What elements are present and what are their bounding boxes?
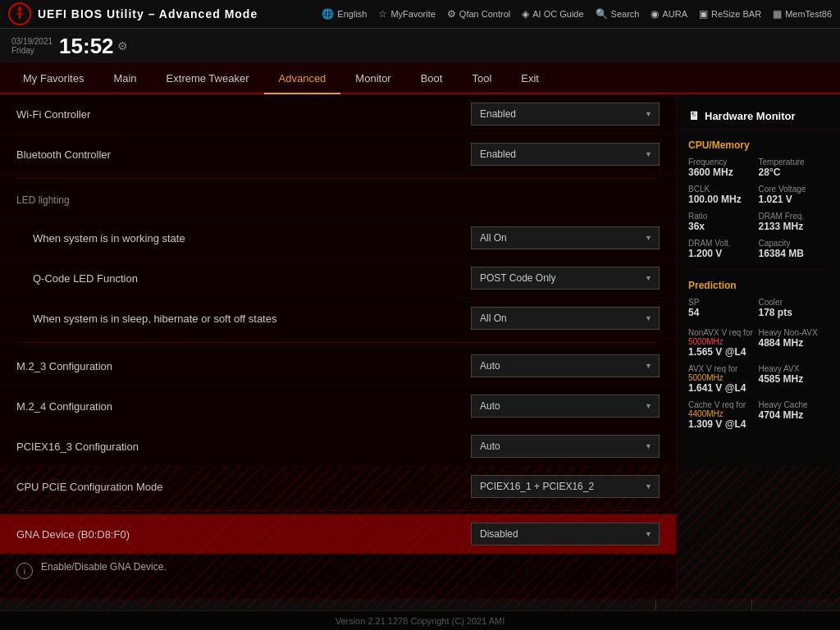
m2-4-label: M.2_4 Configuration — [16, 400, 471, 413]
ai-icon: ◈ — [522, 8, 529, 20]
gna-dropdown[interactable]: Disabled — [471, 523, 660, 546]
toolbar-memtest[interactable]: ▦ MemTest86 — [773, 8, 832, 20]
qcode-led-dropdown-btn[interactable]: POST Code Only — [471, 267, 660, 290]
hardware-monitor-title: 🖥 Hardware Monitor — [677, 103, 840, 130]
m2-3-dropdown-btn[interactable]: Auto — [471, 354, 660, 377]
non-avx-stats: NonAVX V req for 5000MHz 1.565 V @L4 Hea… — [677, 323, 840, 435]
divider-2 — [16, 342, 660, 343]
cpu-pcie-dropdown-btn[interactable]: PCIEX16_1 + PCIEX16_2 — [471, 475, 660, 498]
date-display: 03/19/2021 Friday — [11, 37, 52, 55]
date-text: 03/19/2021 — [11, 37, 52, 46]
toolbar-ai-oc[interactable]: ◈ AI OC Guide — [522, 8, 583, 20]
nav-main[interactable]: Main — [98, 63, 151, 93]
heavy-non-avx-stat: Heavy Non-AVX 4884 MHz — [759, 325, 829, 361]
logo-area: UEFI BIOS Utility – Advanced Mode — [8, 2, 258, 25]
nav-tool[interactable]: Tool — [457, 63, 506, 93]
info-icon: i — [16, 563, 33, 579]
non-avx-req-stat: NonAVX V req for 5000MHz 1.565 V @L4 — [688, 325, 759, 361]
qcode-led-dropdown[interactable]: POST Code Only — [471, 267, 660, 290]
heavy-avx-stat: Heavy AVX 4585 MHz — [759, 361, 829, 397]
dram-freq-stat: DRAM Freq. 2133 MHz — [759, 208, 829, 235]
prediction-stats: SP 54 Cooler 178 pts — [677, 293, 840, 323]
nav-my-favorites[interactable]: My Favorites — [8, 63, 98, 93]
hardware-monitor-sidebar: 🖥 Hardware Monitor CPU/Memory Frequency … — [676, 94, 840, 599]
nav-advanced[interactable]: Advanced — [264, 63, 341, 94]
bluetooth-dropdown[interactable]: Enabled — [471, 143, 660, 166]
rog-logo-icon — [8, 2, 31, 25]
datetime-bar: 03/19/2021 Friday 15:52 ⚙ — [0, 29, 840, 63]
toolbar-myfavorite[interactable]: ☆ MyFavorite — [378, 8, 435, 20]
cpu-pcie-label: CPU PCIE Configuration Mode — [16, 481, 471, 493]
setting-row-cpu-pcie[interactable]: CPU PCIE Configuration Mode PCIEX16_1 + … — [0, 467, 676, 507]
bluetooth-dropdown-btn[interactable]: Enabled — [471, 143, 660, 166]
frequency-stat: Frequency 3600 MHz — [688, 154, 759, 181]
resize-icon: ▣ — [699, 8, 708, 20]
setting-row-led-sleep[interactable]: When system is in sleep, hibernate or so… — [0, 299, 676, 339]
monitor-icon: 🖥 — [688, 109, 700, 122]
settings-gear-icon[interactable]: ⚙ — [117, 39, 128, 52]
led-working-label: When system is in working state — [33, 232, 471, 244]
content-area: Wi-Fi Controller Enabled Bluetooth Contr… — [0, 94, 676, 599]
heavy-cache-stat: Heavy Cache 4704 MHz — [759, 397, 829, 433]
gna-dropdown-btn[interactable]: Disabled — [471, 523, 660, 546]
bclk-stat: BCLK 100.00 MHz — [688, 181, 759, 208]
fan-icon: ⚙ — [447, 8, 456, 20]
setting-row-bluetooth[interactable]: Bluetooth Controller Enabled — [0, 135, 676, 175]
cpu-memory-header: CPU/Memory — [677, 135, 840, 153]
toolbar-search[interactable]: 🔍 Search — [596, 8, 640, 20]
led-working-dropdown[interactable]: All On — [471, 226, 660, 249]
setting-row-m2-4[interactable]: M.2_4 Configuration Auto — [0, 386, 676, 427]
version-text: Version 2.21.1278 Copyright (C) 2021 AMI — [336, 616, 505, 626]
setting-row-wifi[interactable]: Wi-Fi Controller Enabled — [0, 94, 676, 135]
prediction-header: Prediction — [677, 275, 840, 293]
cooler-stat: Cooler 178 pts — [759, 294, 829, 322]
qcode-led-label: Q-Code LED Function — [33, 272, 471, 285]
nav-bar: My Favorites Main Extreme Tweaker Advanc… — [0, 63, 840, 94]
avx-req-stat: AVX V req for 5000MHz 1.641 V @L4 — [688, 361, 759, 397]
gna-label: GNA Device (B0:D8:F0) — [16, 528, 471, 541]
nav-extreme-tweaker[interactable]: Extreme Tweaker — [152, 63, 264, 93]
bluetooth-label: Bluetooth Controller — [16, 148, 471, 161]
core-voltage-stat: Core Voltage 1.021 V — [759, 181, 829, 208]
m2-4-dropdown-btn[interactable]: Auto — [471, 395, 660, 418]
nav-monitor[interactable]: Monitor — [340, 63, 405, 93]
led-sleep-dropdown[interactable]: All On — [471, 307, 660, 330]
setting-row-led-working[interactable]: When system is in working state All On — [0, 218, 676, 258]
nav-boot[interactable]: Boot — [406, 63, 458, 93]
m2-3-dropdown[interactable]: Auto — [471, 354, 660, 377]
pciex16-3-label: PCIEX16_3 Configuration — [16, 441, 471, 453]
time-display: 15:52 — [59, 35, 114, 57]
toolbar: 🌐 English ☆ MyFavorite ⚙ Qfan Control ◈ … — [322, 8, 832, 20]
led-sleep-dropdown-btn[interactable]: All On — [471, 307, 660, 330]
info-row: i Enable/Disable GNA Device. — [0, 555, 676, 586]
setting-row-m2-3[interactable]: M.2_3 Configuration Auto — [0, 346, 676, 386]
nav-exit[interactable]: Exit — [506, 63, 554, 93]
wifi-dropdown[interactable]: Enabled — [471, 103, 660, 126]
cpu-pcie-dropdown[interactable]: PCIEX16_1 + PCIEX16_2 — [471, 475, 660, 498]
main-layout: Wi-Fi Controller Enabled Bluetooth Contr… — [0, 94, 840, 599]
pciex16-3-dropdown-btn[interactable]: Auto — [471, 435, 660, 458]
info-text: Enable/Disable GNA Device. — [41, 561, 167, 573]
setting-row-qcode-led[interactable]: Q-Code LED Function POST Code Only — [0, 258, 676, 299]
setting-row-led-section: LED lighting — [0, 182, 676, 218]
sp-stat: SP 54 — [688, 294, 759, 322]
led-sleep-label: When system is in sleep, hibernate or so… — [33, 313, 471, 325]
wifi-label: Wi-Fi Controller — [16, 108, 471, 121]
toolbar-resize-bar[interactable]: ▣ ReSize BAR — [699, 8, 761, 20]
cache-req-stat: Cache V req for 4400MHz 1.309 V @L4 — [688, 397, 759, 433]
top-bar: UEFI BIOS Utility – Advanced Mode 🌐 Engl… — [0, 0, 840, 29]
led-working-dropdown-btn[interactable]: All On — [471, 226, 660, 249]
m2-4-dropdown[interactable]: Auto — [471, 395, 660, 418]
toolbar-qfan[interactable]: ⚙ Qfan Control — [447, 8, 510, 20]
setting-row-pciex16-3[interactable]: PCIEX16_3 Configuration Auto — [0, 427, 676, 467]
pciex16-3-dropdown[interactable]: Auto — [471, 435, 660, 458]
ratio-stat: Ratio 36x — [688, 208, 759, 235]
day-text: Friday — [11, 46, 52, 55]
setting-row-gna[interactable]: GNA Device (B0:D8:F0) Disabled — [0, 514, 676, 555]
toolbar-english[interactable]: 🌐 English — [322, 8, 367, 20]
globe-icon: 🌐 — [322, 8, 334, 20]
star-icon: ☆ — [378, 8, 387, 20]
wifi-dropdown-btn[interactable]: Enabled — [471, 103, 660, 126]
aura-icon: ◉ — [651, 8, 659, 20]
toolbar-aura[interactable]: ◉ AURA — [651, 8, 687, 20]
